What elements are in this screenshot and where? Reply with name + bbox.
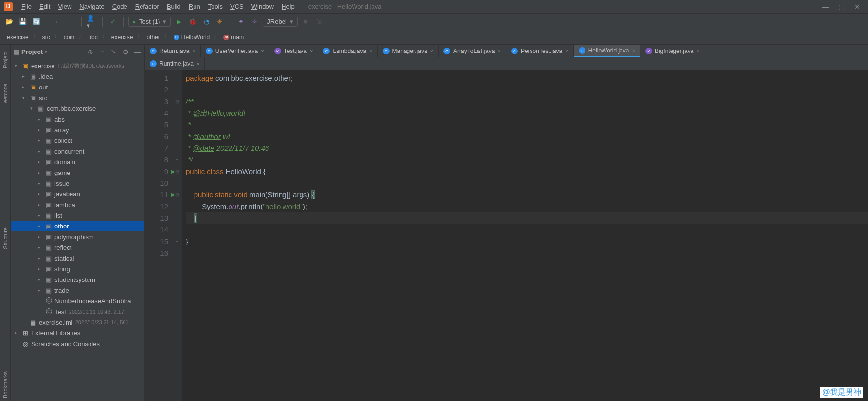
coverage-icon[interactable]: ◔ xyxy=(201,17,212,27)
hide-icon[interactable]: — xyxy=(133,48,142,56)
tree-list[interactable]: ▸▣list xyxy=(11,210,144,221)
forward-icon[interactable]: → xyxy=(66,17,76,27)
tab-close-icon[interactable]: × xyxy=(310,48,313,54)
toolwin-project[interactable]: Project xyxy=(2,49,8,71)
tree-polymorphism[interactable]: ▸▣polymorphism xyxy=(11,231,144,242)
close-icon[interactable]: ✕ xyxy=(854,3,860,11)
maximize-icon[interactable]: ▢ xyxy=(838,3,845,11)
jrebel-dropdown[interactable]: JRebel ▾ xyxy=(263,17,297,27)
profile-icon[interactable]: ☀ xyxy=(214,17,225,27)
tab-close-icon[interactable]: × xyxy=(430,48,433,54)
tree-test[interactable]: ⒸTest2022/11/11 10:43, 2.17 xyxy=(11,306,144,317)
tree-com-bbc-exercise[interactable]: ▾▣com.bbc.exercise xyxy=(11,103,144,114)
settings-icon[interactable]: ⚙ xyxy=(121,48,130,56)
crumb-src[interactable]: src xyxy=(39,33,53,42)
crumb-exercise[interactable]: exercise xyxy=(4,33,32,42)
tab-arraytolist-java[interactable]: CArrayToList.java× xyxy=(439,45,506,57)
expand-icon[interactable]: ≡ xyxy=(98,48,106,56)
jrebel-run-icon[interactable]: ✦ xyxy=(235,17,246,27)
user-icon[interactable]: 👤▾ xyxy=(87,17,97,27)
tree-game[interactable]: ▸▣game xyxy=(11,167,144,178)
toolwin-structure[interactable]: Structure xyxy=(2,225,8,252)
run-icon[interactable]: ▶ xyxy=(174,17,184,27)
attach-icon[interactable]: ⇲ xyxy=(314,17,325,27)
menu-code[interactable]: Code xyxy=(108,3,131,10)
menu-vcs[interactable]: VCS xyxy=(227,3,248,10)
project-tree[interactable]: ▾▣exerciseF:\编程数据\IDE\Java\works▸▣.idea▸… xyxy=(11,59,144,401)
tree-lambda[interactable]: ▸▣lambda xyxy=(11,199,144,210)
tab-close-icon[interactable]: × xyxy=(565,48,568,54)
tab-manager-java[interactable]: CManager.java× xyxy=(378,45,439,57)
toolwin-leetcode[interactable]: Leetcode xyxy=(2,81,8,108)
tab-return-java[interactable]: CReturn.java× xyxy=(145,45,201,57)
tab-close-icon[interactable]: × xyxy=(192,48,195,54)
project-dropdown[interactable]: ▦ Project ▾ xyxy=(14,48,47,55)
tab-close-icon[interactable]: × xyxy=(261,48,264,54)
tree-javabean[interactable]: ▸▣javabean xyxy=(11,189,144,199)
crumb-bbc[interactable]: bbc xyxy=(85,33,100,42)
tree-src[interactable]: ▾▣src xyxy=(11,92,144,103)
menu-file[interactable]: File xyxy=(18,3,35,10)
crumb-exercise[interactable]: exercise xyxy=(108,33,136,42)
tab-helloworld-java[interactable]: CHelloWorld.java× xyxy=(574,45,640,57)
minimize-icon[interactable]: — xyxy=(822,3,829,11)
crumb-main[interactable]: mmain xyxy=(220,33,247,42)
tree-out[interactable]: ▸▣out xyxy=(11,82,144,92)
tree-exercise-iml[interactable]: ▤exercise.iml2022/10/23 21:14, 561 xyxy=(11,317,144,328)
tree-reflect[interactable]: ▸▣reflect xyxy=(11,242,144,253)
code-editor[interactable]: 123456789▶1011▶1213141516 ⊟⌐⊟⊟⌐⌐ package… xyxy=(145,70,868,401)
run-config-dropdown[interactable]: ▸ Test (1) ▾ xyxy=(128,17,171,27)
tree-exercise[interactable]: ▾▣exerciseF:\编程数据\IDE\Java\works xyxy=(11,60,144,71)
tab-userverifier-java[interactable]: CUserVerifier.java× xyxy=(201,45,269,57)
tree-abs[interactable]: ▸▣abs xyxy=(11,114,144,124)
tree-issue[interactable]: ▸▣issue xyxy=(11,178,144,189)
build-icon[interactable]: ✓ xyxy=(107,17,118,27)
tab-close-icon[interactable]: × xyxy=(696,48,699,54)
stop-icon[interactable]: ■ xyxy=(301,17,311,27)
code-content[interactable]: package com.bbc.exercise.other; /** * 输出… xyxy=(182,70,868,401)
menu-run[interactable]: Run xyxy=(185,3,204,10)
save-icon[interactable]: 💾 xyxy=(18,17,28,27)
tree-string[interactable]: ▸▣string xyxy=(11,263,144,274)
tab-close-icon[interactable]: × xyxy=(369,48,372,54)
tree--idea[interactable]: ▸▣.idea xyxy=(11,71,144,82)
menu-build[interactable]: Build xyxy=(163,3,185,10)
locate-icon[interactable]: ⊕ xyxy=(86,48,95,56)
tree-collect[interactable]: ▸▣collect xyxy=(11,135,144,146)
tab-close-icon[interactable]: × xyxy=(196,61,199,67)
menu-refactor[interactable]: Refactor xyxy=(131,3,163,10)
tree-scratches-and-consoles[interactable]: ◎Scratches and Consoles xyxy=(11,338,144,349)
menu-edit[interactable]: Edit xyxy=(35,3,54,10)
tab-lambda-java[interactable]: CLambda.java× xyxy=(318,45,377,57)
tree-array[interactable]: ▸▣array xyxy=(11,124,144,135)
tab-close-icon[interactable]: × xyxy=(632,48,635,53)
tab-runtime-java[interactable]: CRuntime.java× xyxy=(145,57,205,70)
tab-close-icon[interactable]: × xyxy=(497,48,500,54)
tree-trade[interactable]: ▸▣trade xyxy=(11,285,144,296)
debug-icon[interactable]: 🐞 xyxy=(187,17,198,27)
open-icon[interactable]: 📂 xyxy=(4,17,15,27)
menu-tools[interactable]: Tools xyxy=(204,3,227,10)
tree-studentsystem[interactable]: ▸▣studentsystem xyxy=(11,274,144,285)
tree-external-libraries[interactable]: ▸⊞External Libraries xyxy=(11,328,144,338)
tree-other[interactable]: ▸▣other xyxy=(11,221,144,231)
crumb-com[interactable]: com xyxy=(61,33,78,42)
reload-icon[interactable]: 🔄 xyxy=(31,17,42,27)
tab-biginteger-java[interactable]: KBigInteger.java× xyxy=(640,45,705,57)
tree-statical[interactable]: ▸▣statical xyxy=(11,253,144,263)
menu-help[interactable]: Help xyxy=(278,3,299,10)
crumb-other[interactable]: other xyxy=(143,33,162,42)
collapse-icon[interactable]: ⇲ xyxy=(109,48,118,56)
menu-view[interactable]: View xyxy=(54,3,75,10)
tree-concurrent[interactable]: ▸▣concurrent xyxy=(11,146,144,157)
jrebel-debug-icon[interactable]: ✧ xyxy=(249,17,260,27)
tab-test-java[interactable]: KTest.java× xyxy=(269,45,319,57)
tab-persontest-java[interactable]: CPersonTest.java× xyxy=(506,45,574,57)
menu-navigate[interactable]: Navigate xyxy=(75,3,108,10)
back-icon[interactable]: ← xyxy=(52,17,63,27)
crumb-HelloWorld[interactable]: CHelloWorld xyxy=(171,33,213,42)
menu-window[interactable]: Window xyxy=(248,3,278,10)
tree-numberincreaseandsubtra[interactable]: ⒸNumberIncreaseAndSubtra xyxy=(11,296,144,306)
toolwin-bookmarks[interactable]: Bookmarks xyxy=(2,368,8,401)
tree-domain[interactable]: ▸▣domain xyxy=(11,157,144,167)
